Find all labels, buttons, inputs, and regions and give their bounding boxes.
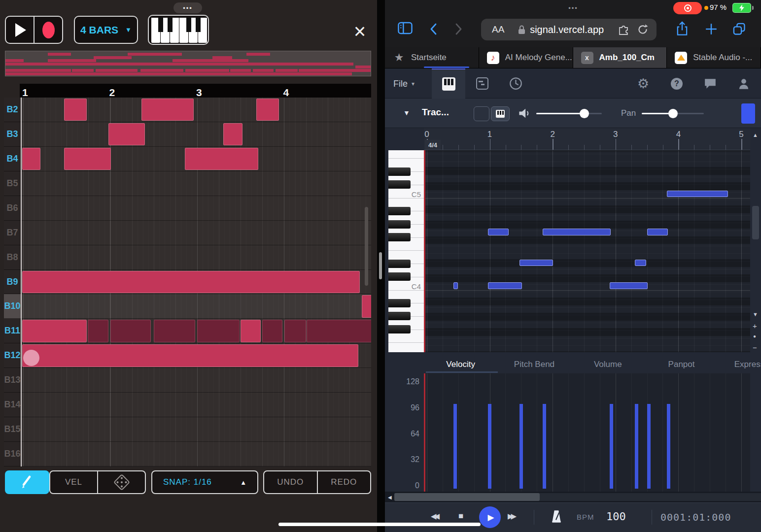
stop-button[interactable]: ■ — [458, 511, 463, 521]
drum-note[interactable] — [154, 320, 196, 342]
time-signature-label[interactable]: 4/4 — [425, 140, 441, 150]
hscrollbar-track[interactable] — [394, 493, 761, 501]
black-key[interactable] — [388, 167, 411, 176]
drum-note[interactable] — [108, 123, 145, 145]
grid-row-B13[interactable] — [22, 368, 371, 393]
velocity-bar[interactable] — [519, 404, 523, 489]
black-key[interactable] — [388, 220, 411, 229]
row-label-B7[interactable]: B7 — [4, 221, 21, 245]
row-label-B2[interactable]: B2 — [4, 98, 21, 122]
drum-note[interactable] — [22, 344, 358, 366]
scroll-up-icon[interactable]: ▲ — [753, 132, 758, 138]
black-key[interactable] — [388, 325, 411, 333]
tab-tempo[interactable] — [499, 68, 532, 99]
browser-tab-stable-audio-[interactable]: Stable Audio -... — [667, 47, 761, 68]
drum-note[interactable] — [256, 99, 279, 121]
zoom-out-icon[interactable]: − — [753, 343, 757, 352]
screen-recording-indicator[interactable] — [673, 2, 702, 14]
pencil-tool-button[interactable] — [5, 470, 49, 494]
volume-slider-knob[interactable] — [580, 109, 589, 118]
drum-note[interactable] — [88, 320, 108, 342]
left-window-handle[interactable]: ••• — [173, 2, 202, 13]
midi-note-G4[interactable] — [543, 229, 611, 235]
drum-note[interactable] — [22, 320, 87, 342]
midi-note-G4[interactable] — [647, 229, 668, 235]
row-label-B3[interactable]: B3 — [4, 122, 21, 147]
velocity-bar[interactable] — [543, 404, 546, 489]
back-button[interactable] — [428, 22, 440, 36]
pattern-overview-minimap[interactable] — [5, 51, 371, 76]
controls-tab-pitch-bend[interactable]: Pitch Bend — [497, 356, 571, 373]
grid-row-B8[interactable] — [22, 245, 371, 270]
black-key[interactable] — [388, 299, 411, 307]
scroll-down-icon[interactable]: ▼ — [753, 311, 758, 317]
track-color-swatch[interactable] — [741, 103, 755, 124]
sidebar-toggle-button[interactable] — [397, 21, 413, 35]
drum-note[interactable] — [307, 320, 371, 342]
bpm-value[interactable]: 100 — [606, 510, 626, 523]
address-bar[interactable]: AA signal.vercel.app — [481, 19, 657, 40]
speaker-icon[interactable] — [518, 106, 532, 120]
drum-pattern-grid[interactable] — [21, 98, 371, 466]
black-key[interactable] — [388, 272, 411, 281]
grid-row-B7[interactable] — [22, 221, 371, 245]
row-label-B4[interactable]: B4 — [4, 147, 21, 171]
randomize-button[interactable] — [97, 471, 145, 493]
metronome-button[interactable] — [550, 509, 563, 524]
undo-button[interactable]: UNDO — [264, 471, 317, 493]
new-tab-button[interactable] — [705, 23, 718, 35]
row-label-B13[interactable]: B13 — [4, 368, 21, 393]
black-key[interactable] — [388, 260, 411, 268]
hscrollbar-thumb[interactable] — [394, 493, 540, 501]
grid-row-B16[interactable] — [22, 442, 371, 466]
row-label-B10[interactable]: B10 — [4, 294, 21, 319]
piano-keyboard[interactable]: C5C4 — [388, 150, 424, 352]
track-mute-button[interactable] — [474, 106, 489, 121]
drum-note[interactable] — [22, 148, 40, 170]
scroll-left-icon[interactable]: ◀ — [388, 495, 392, 500]
tab-arrange[interactable] — [465, 68, 499, 99]
drum-note[interactable] — [241, 320, 261, 342]
drum-note[interactable] — [110, 320, 151, 342]
forward-button[interactable] — [452, 22, 464, 36]
drum-note[interactable] — [362, 295, 371, 317]
controls-tab-velocity[interactable]: Velocity — [424, 356, 497, 373]
share-button[interactable] — [675, 21, 689, 36]
drum-note[interactable] — [64, 99, 87, 121]
left-grid-scrollbar[interactable] — [365, 207, 368, 286]
grid-row-B3[interactable] — [22, 122, 371, 147]
midi-note-C5[interactable] — [667, 191, 728, 198]
row-label-B16[interactable]: B16 — [4, 442, 21, 466]
row-label-B9[interactable]: B9 — [4, 270, 21, 295]
reload-button[interactable] — [637, 24, 649, 35]
track-instrument-button[interactable] — [491, 106, 510, 121]
midi-note-G4[interactable] — [488, 229, 509, 235]
help-button[interactable]: ? — [668, 75, 685, 92]
pan-slider-knob[interactable] — [668, 109, 678, 118]
grid-row-B10[interactable] — [22, 294, 371, 319]
grid-row-B15[interactable] — [22, 417, 371, 442]
row-label-B12[interactable]: B12 — [4, 343, 21, 368]
drum-note[interactable] — [64, 148, 111, 170]
bars-length-selector[interactable]: 4 BARS ▼ — [74, 16, 138, 44]
vertical-scrollbar-thumb[interactable] — [752, 206, 759, 239]
grid-row-B6[interactable] — [22, 196, 371, 221]
midi-note-C4[interactable] — [453, 282, 458, 289]
right-window-handle[interactable]: ••• — [565, 4, 582, 11]
account-button[interactable] — [735, 75, 752, 92]
drum-note[interactable] — [197, 320, 240, 342]
velocity-bar[interactable] — [647, 404, 651, 489]
row-label-B6[interactable]: B6 — [4, 196, 21, 221]
black-key[interactable] — [388, 180, 411, 189]
fast-forward-button[interactable]: ▶▶ — [508, 512, 514, 521]
transport-play-button[interactable]: ▶ — [479, 506, 501, 528]
zoom-knob-icon[interactable]: ● — [753, 333, 756, 339]
keyboard-toggle-button[interactable] — [148, 15, 209, 45]
midi-note-C4[interactable] — [610, 282, 648, 289]
extensions-puzzle-icon[interactable] — [617, 24, 630, 35]
velocity-bar[interactable] — [635, 404, 638, 489]
record-button[interactable] — [34, 17, 62, 43]
row-label-B8[interactable]: B8 — [4, 245, 21, 270]
midi-note-D#4[interactable] — [519, 260, 553, 266]
midi-note-D#4[interactable] — [635, 260, 646, 266]
